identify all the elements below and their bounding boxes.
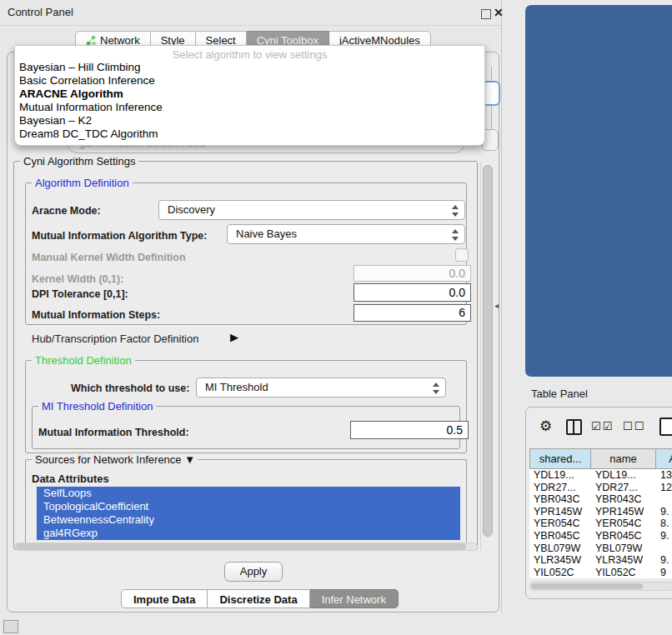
algorithm-option[interactable]: ARACNE Algorithm [15, 88, 484, 101]
table-cell: YLR345W [529, 554, 591, 567]
tab-discretize-data[interactable]: Discretize Data [208, 589, 309, 608]
minimized-panel-icon[interactable] [3, 620, 18, 633]
table-cell: YDR27... [591, 482, 656, 494]
apply-button[interactable]: Apply [224, 562, 283, 582]
table-panel: ⚙ ☑☑ ☐☐ shared... name A YDL19...YDL19..… [525, 407, 672, 599]
algorithm-option[interactable]: Basic Correlation Inference [15, 74, 484, 88]
mi-type-label: Mutual Information Algorithm Type: [32, 230, 207, 242]
table-row[interactable]: YDL19...YDL19...13 [529, 469, 672, 482]
table-cell [656, 493, 672, 506]
table-cell: YDR27... [529, 482, 591, 494]
manual-kernel-checkbox[interactable] [455, 248, 469, 262]
table-cell: 9 [656, 567, 672, 578]
table-row[interactable]: YLR345WYLR345W9. [529, 554, 672, 567]
kernel-width-field[interactable]: 0.0 [354, 265, 471, 282]
mi-steps-field[interactable]: 6 [354, 304, 471, 322]
table-cell: YIL052C [591, 567, 656, 578]
tab-infer-network[interactable]: Infer Network [310, 589, 399, 608]
deselect-all-checkboxes-icon[interactable]: ☐☐ [623, 420, 645, 432]
algorithm-option[interactable]: Mutual Information Inference [15, 101, 484, 114]
close-icon[interactable]: ✕ [494, 6, 504, 19]
table-cell: 9. [656, 554, 672, 567]
tab-impute-data[interactable]: Impute Data [121, 589, 208, 608]
kernel-width-label: Kernel Width (0,1): [32, 273, 123, 285]
data-attribute-item-selected[interactable]: BetweennessCentrality [37, 513, 460, 527]
column-header-name[interactable]: name [591, 448, 656, 469]
table-cell: YBR045C [529, 530, 591, 542]
table-cell: YBR045C [591, 530, 656, 542]
group-title: Cyni Algorithm Settings [20, 155, 138, 168]
stepper-icon [452, 204, 459, 218]
scrollbar-thumb[interactable] [531, 583, 643, 589]
settings-vertical-scrollbar[interactable] [480, 162, 494, 550]
table-cell: 9. [656, 506, 672, 518]
algorithm-option[interactable]: Bayesian – Hill Climbing [15, 61, 484, 74]
mi-threshold-field[interactable]: 0.5 [350, 421, 469, 439]
table-cell: YBR043C [529, 493, 591, 506]
group-title: MI Threshold Definition [38, 400, 156, 412]
scrollbar-thumb[interactable] [483, 165, 493, 537]
dpi-tolerance-label: DPI Tolerance [0,1]: [32, 288, 128, 300]
gear-icon[interactable]: ⚙ [539, 418, 552, 435]
table-cell: 13 [656, 469, 672, 482]
table-row[interactable]: YBR043CYBR043C [529, 493, 672, 506]
which-threshold-value: MI Threshold [205, 381, 268, 393]
algorithm-option[interactable]: Bayesian – K2 [15, 114, 484, 128]
data-attribute-item-selected[interactable]: TopologicalCoefficient [37, 500, 460, 513]
collapse-down-icon[interactable]: ▼ [184, 453, 195, 466]
aracne-mode-value: Discovery [168, 203, 215, 216]
select-all-checkboxes-icon[interactable]: ☑☑ [591, 420, 614, 432]
group-title: Algorithm Definition [32, 177, 133, 189]
aracne-mode-select[interactable]: Discovery [158, 200, 465, 220]
table-cell: YLR345W [591, 554, 656, 567]
table-row[interactable]: YDR27...YDR27...12 [529, 482, 672, 494]
table-cell: YBL079W [591, 542, 656, 555]
table-cell: 8. [656, 518, 672, 530]
table-row[interactable]: YBR045CYBR045C9. [529, 530, 672, 542]
columns-icon[interactable] [566, 419, 582, 435]
dpi-tolerance-field[interactable]: 0.0 [354, 283, 471, 302]
table-horizontal-scrollbar[interactable] [529, 582, 672, 591]
data-attribute-item-selected[interactable]: SelfLoops [37, 487, 460, 500]
which-threshold-select[interactable]: MI Threshold [196, 378, 446, 398]
scrollbar-thumb[interactable] [16, 543, 466, 550]
network-window-frame: GALGAL80GAL10GAL1GAL11SWI4GAL4GCY1HAP4YH… [525, 5, 672, 377]
mi-type-value: Naive Bayes [236, 228, 297, 240]
table-cell: YPR145W [529, 506, 591, 518]
expand-right-icon[interactable]: ▶ [230, 331, 238, 343]
column-header-shared-name[interactable]: shared... [529, 448, 591, 469]
table-row[interactable]: YER054CYER054C8. [529, 518, 672, 530]
table-cell: YDL19... [591, 469, 656, 482]
table-cell [656, 542, 672, 555]
control-panel: Control Panel ✕ Network Style Select Cyn… [0, 0, 502, 612]
column-header-partial[interactable]: A [656, 448, 672, 469]
mi-steps-label: Mutual Information Steps: [32, 309, 160, 321]
table-row[interactable]: YIL052CYIL052C9 [529, 567, 672, 578]
table-row[interactable]: YBL079WYBL079W [529, 542, 672, 555]
table-cell: 9. [656, 530, 672, 542]
data-attribute-item-selected[interactable]: gal4RGexp [37, 527, 460, 540]
stepper-icon [452, 228, 459, 242]
data-attributes-label: Data Attributes [32, 472, 109, 485]
group-title: Sources for Network Inference ▼ [32, 453, 198, 466]
sources-title: Sources for Network Inference [35, 453, 182, 466]
manual-kernel-label: Manual Kernel Width Definition [32, 252, 186, 263]
settings-horizontal-scrollbar[interactable] [14, 542, 478, 551]
mi-type-select[interactable]: Naive Bayes [227, 224, 465, 244]
data-attributes-list: SelfLoopsTopologicalCoefficientBetweenne… [37, 487, 460, 540]
table-cell: YPR145W [591, 506, 656, 518]
table-header: shared... name A [529, 448, 672, 469]
document-icon[interactable] [659, 418, 672, 436]
control-panel-titlebar: Control Panel ✕ [0, 0, 501, 26]
table-cell: YER054C [529, 518, 591, 530]
table-cell: YBL079W [529, 542, 591, 555]
algorithm-option[interactable]: Dream8 DC_TDC Algorithm [15, 128, 484, 141]
control-panel-title: Control Panel [8, 6, 73, 18]
dropdown-items: Bayesian – Hill ClimbingBasic Correlatio… [15, 61, 484, 141]
hub-definition-label[interactable]: Hub/Transcription Factor Definition [32, 332, 198, 345]
float-window-icon[interactable] [481, 9, 491, 19]
panel-collapse-icon[interactable]: ◂ [494, 301, 499, 310]
table-cell: YDL19... [529, 469, 591, 482]
which-threshold-label: Which threshold to use: [71, 382, 189, 394]
table-row[interactable]: YPR145WYPR145W9. [529, 506, 672, 518]
